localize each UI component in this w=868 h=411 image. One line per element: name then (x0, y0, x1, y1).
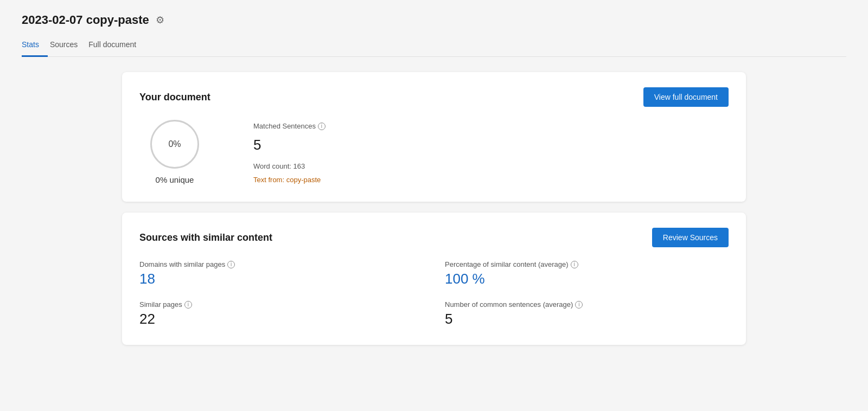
page-title-row: 2023-02-07 copy-paste ⚙ (22, 13, 846, 27)
doc-stats: Matched Sentences i 5 Word count: 163 Te… (253, 120, 326, 184)
sources-card: Sources with similar content Review Sour… (122, 213, 746, 345)
page-container: 2023-02-07 copy-paste ⚙ Stats Sources Fu… (0, 0, 868, 358)
matched-sentences-value: 5 (253, 137, 326, 153)
common-sentences-info-icon[interactable]: i (575, 301, 583, 309)
tab-stats[interactable]: Stats (22, 36, 48, 57)
common-sentences-label: Number of common sentences (average) i (445, 300, 729, 309)
similar-pages-value: 22 (139, 311, 423, 327)
sources-grid: Domains with similar pages i 18 Percenta… (139, 260, 729, 327)
circle-chart: 0% 0% unique (139, 120, 210, 184)
domains-info-icon[interactable]: i (227, 261, 235, 268)
similar-pages-label: Similar pages i (139, 300, 423, 309)
document-card-content: 0% 0% unique Matched Sentences i 5 Word … (139, 120, 729, 184)
gear-icon[interactable]: ⚙ (156, 14, 164, 26)
percentage-stat: Percentage of similar content (average) … (445, 260, 729, 287)
circle-ring: 0% (150, 120, 199, 169)
tabs-row: Stats Sources Full document (22, 36, 846, 57)
circle-label: 0% unique (156, 175, 194, 184)
cards-area: Your document View full document 0% 0% u… (122, 72, 746, 345)
domains-label: Domains with similar pages i (139, 260, 423, 268)
common-sentences-stat: Number of common sentences (average) i 5 (445, 300, 729, 327)
percentage-label: Percentage of similar content (average) … (445, 260, 729, 268)
circle-percent: 0% (168, 139, 181, 149)
similar-pages-info-icon[interactable]: i (184, 301, 192, 309)
tab-full-document[interactable]: Full document (86, 36, 145, 57)
sources-card-title: Sources with similar content (139, 232, 272, 243)
common-sentences-value: 5 (445, 311, 729, 327)
page-title: 2023-02-07 copy-paste (22, 13, 149, 27)
document-card: Your document View full document 0% 0% u… (122, 72, 746, 202)
domains-value: 18 (139, 271, 423, 287)
percentage-info-icon[interactable]: i (571, 261, 578, 268)
similar-pages-stat: Similar pages i 22 (139, 300, 423, 327)
word-count: Word count: 163 (253, 162, 326, 170)
view-full-document-button[interactable]: View full document (643, 87, 729, 107)
document-card-title: Your document (139, 92, 210, 103)
review-sources-button[interactable]: Review Sources (652, 228, 729, 247)
document-card-header: Your document View full document (139, 87, 729, 107)
domains-stat: Domains with similar pages i 18 (139, 260, 423, 287)
text-from: Text from: copy-paste (253, 176, 326, 184)
matched-sentences-label: Matched Sentences i (253, 122, 326, 130)
matched-sentences-info-icon[interactable]: i (318, 123, 326, 130)
sources-card-header: Sources with similar content Review Sour… (139, 228, 729, 247)
percentage-value: 100 % (445, 271, 729, 287)
tab-sources[interactable]: Sources (48, 36, 86, 57)
